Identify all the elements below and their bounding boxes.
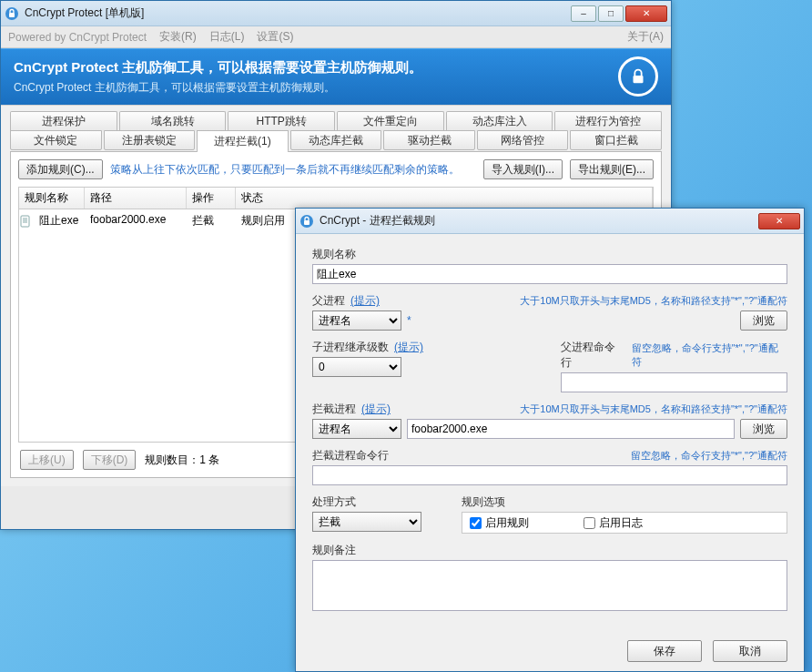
col-name[interactable]: 规则名称 — [19, 188, 85, 209]
row-name: 阻止exe — [34, 213, 85, 229]
tab-dll-inject[interactable]: 动态库注入 — [446, 111, 553, 131]
move-down-button[interactable]: 下移(D) — [83, 450, 137, 470]
tab-http-jump[interactable]: HTTP跳转 — [228, 111, 335, 131]
banner: CnCrypt Protect 主机防御工具，可以根据需要设置主机防御规则。 C… — [1, 48, 671, 105]
block-type-select[interactable]: 进程名 — [312, 419, 401, 439]
dialog-footer: 保存 取消 — [312, 633, 787, 662]
add-rule-button[interactable]: 添加规则(C)... — [18, 159, 103, 179]
menubar: Powered by CnCrypt Protect 安装(R) 日志(L) 设… — [1, 26, 671, 48]
enable-rule-checkbox[interactable]: 启用规则 — [470, 515, 529, 531]
block-cmd-input[interactable] — [312, 465, 787, 485]
main-title: CnCrypt Protect [单机版] — [25, 5, 569, 21]
block-label: 拦截进程 — [312, 402, 356, 417]
remarks-label: 规则备注 — [312, 543, 356, 558]
col-status[interactable]: 状态 — [236, 188, 653, 209]
col-op[interactable]: 操作 — [187, 188, 236, 209]
field-parent: 父进程 (提示) 大于10M只取开头与末尾MD5，名称和路径支持"*","?"通… — [312, 293, 787, 331]
menu-install[interactable]: 安装(R) — [159, 29, 197, 45]
field-inherit-cmd: 子进程继承级数 (提示) 0 父进程命令行 留空忽略，命令行支持"*","?"通… — [312, 340, 787, 392]
parent-label: 父进程 — [312, 293, 345, 309]
move-up-button[interactable]: 上移(U) — [20, 450, 74, 470]
rule-name-input[interactable] — [312, 264, 787, 284]
import-rules-button[interactable]: 导入规则(I)... — [483, 159, 563, 179]
dialog-icon — [299, 214, 314, 229]
tab-domain-jump[interactable]: 域名跳转 — [119, 111, 227, 131]
tab-registry-lock[interactable]: 注册表锁定 — [104, 130, 196, 150]
lock-icon — [618, 56, 658, 97]
block-tip-link[interactable]: (提示) — [361, 402, 391, 417]
window-buttons: – □ ✕ — [569, 5, 667, 22]
file-icon — [19, 213, 34, 229]
rule-name-label: 规则名称 — [312, 247, 356, 262]
rule-count: 规则数目：1 条 — [145, 453, 219, 468]
enable-log-input[interactable] — [584, 517, 595, 529]
block-cmd-label: 拦截进程命令行 — [312, 448, 389, 463]
svg-rect-8 — [304, 220, 310, 225]
powered-text: Powered by CnCrypt Protect — [8, 31, 147, 44]
svg-rect-3 — [21, 216, 29, 227]
tab-file-redirect[interactable]: 文件重定向 — [337, 111, 444, 131]
cancel-button[interactable]: 取消 — [713, 640, 787, 662]
enable-log-checkbox[interactable]: 启用日志 — [584, 515, 643, 531]
block-browse-button[interactable]: 浏览 — [740, 419, 787, 439]
field-rule-name: 规则名称 — [312, 247, 787, 284]
toolbar-hint: 策略从上往下依次匹配，只要匹配到一条后就不再继续匹配剩余的策略。 — [110, 162, 476, 178]
tab-process-protect[interactable]: 进程保护 — [10, 111, 117, 131]
list-header: 规则名称 路径 操作 状态 — [18, 187, 654, 209]
dialog-close-button[interactable]: ✕ — [758, 213, 800, 229]
minimize-button[interactable]: – — [571, 5, 596, 22]
dialog-title: CnCrypt - 进程拦截规则 — [320, 213, 756, 229]
enable-rule-input[interactable] — [470, 517, 482, 529]
block-cmd-hint: 留空忽略，命令行支持"*","?"通配符 — [631, 449, 787, 463]
parent-browse-button[interactable]: 浏览 — [740, 311, 787, 331]
block-hint: 大于10M只取开头与末尾MD5，名称和路径支持"*","?"通配符 — [520, 402, 787, 416]
inherit-tip-link[interactable]: (提示) — [394, 340, 423, 355]
tab-file-lock[interactable]: 文件锁定 — [10, 130, 102, 150]
parent-wildcard: * — [407, 314, 411, 327]
remarks-input[interactable] — [312, 560, 787, 611]
parent-tip-link[interactable]: (提示) — [350, 293, 380, 309]
svg-rect-1 — [9, 13, 15, 17]
rule-dialog: CnCrypt - 进程拦截规则 ✕ 规则名称 父进程 (提示) 大于10M只取… — [295, 208, 805, 672]
handle-select[interactable]: 拦截 — [312, 512, 421, 532]
toolbar: 添加规则(C)... 策略从上往下依次匹配，只要匹配到一条后就不再继续匹配剩余的… — [18, 159, 654, 179]
inherit-label: 子进程继承级数 — [312, 340, 389, 355]
parent-cmd-label: 父进程命令行 — [561, 340, 626, 371]
dialog-titlebar[interactable]: CnCrypt - 进程拦截规则 ✕ — [296, 209, 804, 234]
save-button[interactable]: 保存 — [627, 640, 702, 662]
tab-dll-block[interactable]: 动态库拦截 — [290, 130, 382, 150]
menu-log[interactable]: 日志(L) — [209, 29, 245, 45]
parent-cmd-hint: 留空忽略，命令行支持"*","?"通配符 — [632, 341, 787, 369]
banner-title: CnCrypt Protect 主机防御工具，可以根据需要设置主机防御规则。 — [14, 59, 422, 76]
banner-subtitle: CnCrypt Protect 主机防御工具，可以根据需要设置主机防御规则。 — [14, 80, 422, 96]
field-block-proc: 拦截进程 (提示) 大于10M只取开头与末尾MD5，名称和路径支持"*","?"… — [312, 402, 787, 439]
parent-hint: 大于10M只取开头与末尾MD5，名称和路径支持"*","?"通配符 — [520, 294, 787, 308]
svg-rect-2 — [634, 76, 644, 83]
tabs-row-2: 文件锁定 注册表锁定 进程拦截(1) 动态库拦截 驱动拦截 网络管控 窗口拦截 — [5, 130, 667, 152]
app-icon — [5, 6, 19, 21]
main-titlebar[interactable]: CnCrypt Protect [单机版] – □ ✕ — [1, 1, 671, 26]
field-block-cmd: 拦截进程命令行 留空忽略，命令行支持"*","?"通配符 — [312, 448, 787, 485]
parent-type-select[interactable]: 进程名 — [312, 311, 401, 331]
menu-settings[interactable]: 设置(S) — [257, 29, 293, 45]
parent-cmd-input[interactable] — [561, 372, 787, 392]
block-path-input[interactable] — [407, 419, 735, 439]
row-path: foobar2000.exe — [85, 213, 187, 229]
tab-network-control[interactable]: 网络管控 — [477, 130, 569, 150]
tab-process-block[interactable]: 进程拦截(1) — [197, 130, 289, 152]
col-path[interactable]: 路径 — [85, 188, 187, 209]
inherit-select[interactable]: 0 — [312, 357, 401, 377]
dialog-client: 规则名称 父进程 (提示) 大于10M只取开头与末尾MD5，名称和路径支持"*"… — [296, 234, 804, 671]
maximize-button[interactable]: □ — [598, 5, 624, 22]
tab-process-behavior[interactable]: 进程行为管控 — [554, 111, 662, 131]
menu-about[interactable]: 关于(A) — [627, 29, 664, 45]
options-label: 规则选项 — [462, 494, 505, 510]
field-handle-options: 处理方式 拦截 规则选项 启用规则 启用日志 — [312, 494, 787, 534]
tab-window-block[interactable]: 窗口拦截 — [570, 130, 662, 150]
row-op: 拦截 — [187, 213, 236, 229]
tabs-row-1: 进程保护 域名跳转 HTTP跳转 文件重定向 动态库注入 进程行为管控 — [5, 111, 667, 131]
export-rules-button[interactable]: 导出规则(E)... — [570, 159, 654, 179]
field-remarks: 规则备注 — [312, 543, 787, 614]
close-button[interactable]: ✕ — [625, 5, 667, 22]
tab-driver-block[interactable]: 驱动拦截 — [383, 130, 475, 150]
